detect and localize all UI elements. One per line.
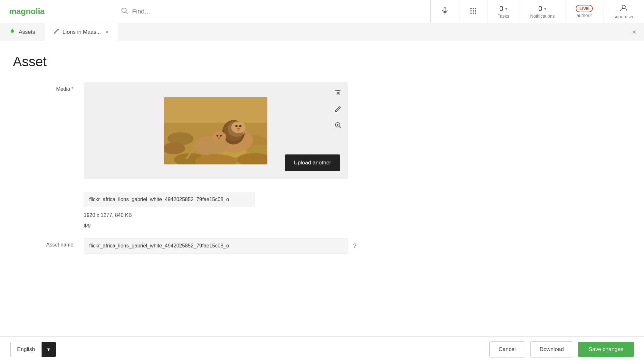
media-label: Media*: [13, 82, 84, 92]
grid-icon: [470, 7, 477, 16]
bottom-action-bar: English ▼ Cancel Download Save changes: [0, 336, 644, 362]
tab-assets-label: Assets: [19, 29, 35, 35]
media-field-row: Media*: [13, 82, 631, 179]
filename-display: flickr_africa_lions_gabriel_white_494202…: [84, 192, 255, 207]
top-navigation: magnolia 0 ▾ Tasks 0 ▾ Notifications: [0, 0, 644, 23]
svg-point-32: [212, 131, 226, 143]
user-icon: [620, 4, 628, 14]
required-indicator: *: [72, 86, 73, 92]
tasks-label: Tasks: [498, 14, 509, 19]
svg-rect-39: [336, 91, 340, 95]
notifications-count: 0: [538, 5, 542, 13]
asset-name-input[interactable]: [84, 238, 348, 254]
superuser-label: superuser: [614, 14, 634, 19]
tab-edit-label: Lions in Maas...: [62, 29, 101, 35]
close-all-icon: ×: [632, 28, 636, 36]
bottom-actions: Cancel Download Save changes: [489, 341, 634, 357]
svg-point-12: [475, 13, 476, 14]
language-selector[interactable]: English ▼: [10, 342, 56, 357]
svg-point-13: [622, 5, 625, 8]
media-preview-image: [164, 97, 267, 164]
svg-point-4: [470, 8, 472, 9]
microphone-icon: [441, 7, 449, 16]
live-badge: LIVE: [576, 5, 593, 12]
microphone-button[interactable]: [430, 0, 459, 23]
tab-bar: Assets Lions in Maas... × ×: [0, 23, 644, 41]
help-icon[interactable]: ?: [353, 243, 356, 249]
svg-point-34: [220, 135, 222, 137]
cancel-button[interactable]: Cancel: [489, 341, 525, 357]
user-menu[interactable]: superuser: [603, 0, 644, 23]
logo-area: magnolia: [0, 6, 113, 16]
search-area: [113, 0, 430, 23]
svg-point-7: [470, 10, 472, 12]
asset-form: Media*: [0, 82, 644, 254]
upload-another-button[interactable]: Upload another: [285, 154, 340, 171]
svg-point-0: [122, 8, 126, 13]
assets-leaf-icon: [9, 28, 15, 36]
tab-edit[interactable]: Lions in Maas... ×: [44, 23, 118, 41]
author-label: author2: [577, 13, 592, 18]
svg-point-33: [216, 135, 218, 137]
language-label: English: [11, 346, 42, 353]
asset-name-row: Asset name ?: [13, 238, 631, 254]
asset-name-label: Asset name: [13, 238, 84, 248]
edit-pencil-icon: [53, 28, 59, 36]
svg-point-10: [470, 13, 472, 14]
page-content: Asset Media*: [0, 41, 644, 302]
file-info-label-spacer: [13, 189, 84, 193]
grid-menu-button[interactable]: [459, 0, 487, 23]
search-icon: [120, 7, 128, 16]
close-all-tabs-button[interactable]: ×: [632, 28, 636, 36]
zoom-media-button[interactable]: [333, 120, 343, 132]
svg-point-27: [231, 122, 245, 133]
logo: magnolia: [9, 6, 44, 16]
download-button[interactable]: Download: [530, 341, 573, 357]
edit-media-button[interactable]: [333, 104, 343, 115]
tab-assets[interactable]: Assets: [0, 23, 44, 41]
tab-close-button[interactable]: ×: [105, 29, 109, 35]
media-actions: [333, 88, 343, 132]
live-environment-button[interactable]: LIVE author2: [565, 0, 603, 23]
save-changes-button[interactable]: Save changes: [578, 342, 634, 357]
svg-point-6: [475, 8, 476, 9]
media-upload-area: Upload another: [84, 82, 348, 179]
file-dimensions: 1920 x 1277, 840 KB: [84, 212, 255, 218]
notifications-menu[interactable]: 0 ▾ Notifications: [520, 0, 565, 23]
notifications-chevron-icon: ▾: [544, 6, 546, 11]
svg-point-9: [475, 10, 476, 12]
svg-rect-2: [444, 8, 446, 12]
search-input[interactable]: [132, 8, 422, 15]
svg-point-28: [235, 125, 238, 127]
asset-name-field-group: ?: [84, 238, 356, 254]
file-info-row: flickr_africa_lions_gabriel_white_494202…: [13, 189, 631, 228]
delete-media-button[interactable]: [333, 88, 343, 99]
svg-point-5: [473, 8, 474, 9]
file-info-section: flickr_africa_lions_gabriel_white_494202…: [84, 192, 255, 228]
tasks-menu[interactable]: 0 ▾ Tasks: [487, 0, 520, 23]
language-dropdown-button[interactable]: ▼: [42, 342, 56, 357]
svg-point-30: [237, 128, 240, 129]
page-title: Asset: [0, 54, 644, 70]
tasks-count: 0: [499, 5, 503, 13]
notifications-label: Notifications: [530, 14, 555, 19]
file-type: jpg: [84, 222, 255, 228]
svg-line-43: [340, 127, 341, 129]
svg-line-1: [126, 12, 128, 14]
svg-point-29: [239, 125, 242, 127]
svg-point-11: [473, 13, 474, 14]
svg-point-35: [218, 137, 220, 139]
language-chevron-icon: ▼: [46, 347, 51, 352]
svg-point-8: [473, 10, 474, 12]
tasks-chevron-icon: ▾: [505, 6, 507, 11]
